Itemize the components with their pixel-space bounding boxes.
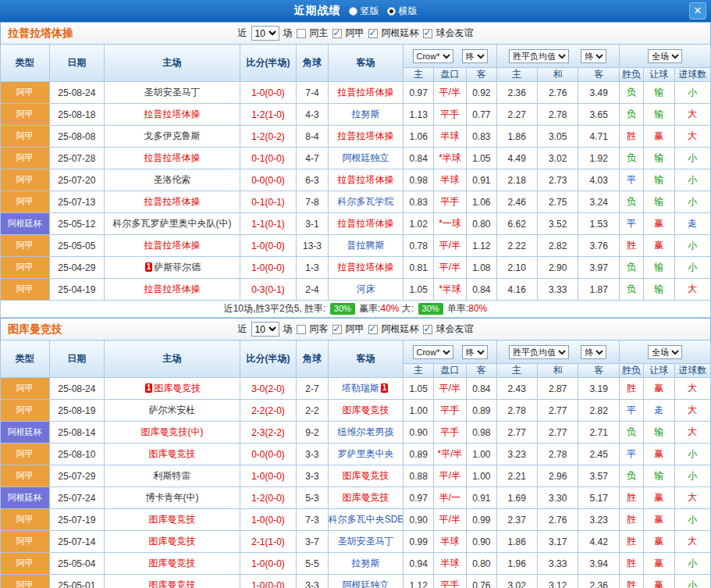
league2-checkbox[interactable] [368, 29, 378, 38]
avg-away-cell: 5.17 [578, 487, 619, 509]
games-label: 场 [283, 27, 293, 40]
date-cell: 25-07-19 [49, 509, 105, 531]
league3-checkbox[interactable] [423, 325, 432, 334]
profit-rate-value: 40% [380, 303, 399, 314]
vertical-layout-option[interactable]: 竖版 [349, 5, 379, 18]
match-row: 阿甲25-07-20圣洛伦索0-0(0-0)6-3拉普拉塔体操0.98半球0.9… [1, 169, 711, 191]
avg-away-cell: 3.57 [578, 465, 619, 487]
away-team-cell: 拉普拉塔体操 [328, 126, 403, 148]
odds-company-select[interactable]: Crow* [413, 49, 453, 63]
away-team-cell: 圣胡安圣马丁 [328, 531, 403, 553]
result-wdl-cell: 平 [619, 444, 643, 465]
result-goals-cell: 小 [674, 148, 711, 169]
avg-odds-select[interactable]: 胜平负均值 [509, 345, 569, 359]
result-goals-cell: 走 [674, 213, 711, 235]
odds-final-select[interactable]: 终 [462, 345, 488, 359]
result-goals-cell: 大 [674, 104, 711, 126]
score-cell: 1-0(0-0) [240, 257, 297, 279]
col-type: 类型 [1, 340, 50, 378]
league-type-cell: 阿根廷杯 [1, 422, 50, 444]
home-team-cell-label: 萨尔米安杜 [148, 404, 195, 415]
handicap-cell: *一球 [433, 213, 466, 235]
league-type-cell: 阿甲 [1, 509, 50, 531]
home-team-cell: 萨尔米安杜 [105, 400, 240, 422]
result-group-header: 全场 [619, 340, 710, 364]
away-team-cell-label: 拉普拉塔体操 [338, 174, 394, 185]
home-team-cell-label: 拉普拉塔体操 [144, 240, 200, 251]
avg-odds-select[interactable]: 胜平负均值 [509, 49, 569, 63]
handicap-cell: *平/半 [433, 444, 466, 465]
close-icon[interactable]: ✕ [689, 2, 706, 20]
odds-company-select[interactable]: Crow* [413, 345, 453, 359]
score-cell: 0-0(0-0) [240, 444, 297, 465]
result-wdl-cell: 负 [619, 148, 643, 169]
corners-cell: 3-3 [297, 444, 328, 465]
odds-group-header: Crow* 终 [403, 340, 496, 364]
league3-label: 球会友谊 [436, 27, 474, 40]
sub-avg-away: 客 [578, 68, 619, 82]
avg-final-select[interactable]: 终 [581, 49, 606, 63]
league2-checkbox[interactable] [368, 325, 378, 334]
result-handicap-cell: 赢 [644, 235, 674, 257]
avg-final-select[interactable]: 终 [581, 345, 606, 359]
date-cell: 25-07-29 [49, 465, 105, 487]
avg-home-cell: 1.86 [496, 126, 537, 148]
handicap-cell: 半球 [433, 553, 466, 575]
avg-away-cell: 3.97 [578, 257, 619, 279]
result-goals-cell: 小 [674, 191, 711, 213]
sub-home-odds: 主 [403, 364, 433, 378]
avg-home-cell: 2.46 [496, 191, 537, 213]
match-row: 阿根廷杯25-05-12科尔多瓦罗萨里奥中央队(中)1-1(0-1)3-1拉普拉… [1, 213, 711, 235]
away-team-cell: 图库曼竞技 [328, 465, 403, 487]
horizontal-radio-icon[interactable] [387, 7, 396, 16]
home-team-cell-label: 戈多伊克鲁斯 [144, 130, 200, 141]
match-count-select[interactable]: 10 [251, 322, 279, 337]
date-cell: 25-08-24 [49, 82, 105, 104]
away-team-cell-label: 拉努斯 [352, 558, 380, 568]
matches-table-2: 类型 日期 主场 比分(半场) 角球 客场 Crow* 终 胜平负均值 终 [0, 340, 711, 588]
big-rate-badge: 30% [418, 303, 443, 315]
full-match-select[interactable]: 全场 [648, 345, 682, 359]
sub-avg-home: 主 [496, 68, 537, 82]
col-corner: 角球 [297, 340, 328, 378]
score-cell: 0-0(0-0) [240, 169, 297, 191]
result-wdl-cell: 胜 [619, 509, 643, 531]
col-home: 主场 [105, 340, 240, 378]
odds-home-cell: 0.90 [403, 509, 433, 531]
same-venue-checkbox[interactable] [297, 29, 306, 38]
odds-final-select[interactable]: 终 [462, 49, 488, 63]
away-team-cell-label: 普拉腾斯 [347, 240, 385, 251]
home-team-cell-label: 拉普拉塔体操 [144, 152, 200, 163]
league1-checkbox[interactable] [332, 325, 342, 334]
away-team-cell-label: 塔勒瑞斯 [342, 383, 379, 394]
home-team-cell-label: 拉普拉塔体操 [144, 283, 200, 294]
league-type-cell: 阿甲 [1, 378, 50, 400]
result-handicap-cell: 输 [644, 257, 674, 279]
match-row: 阿甲25-08-18拉普拉塔体操1-2(1-0)4-3拉努斯1.13平手0.77… [1, 104, 711, 126]
league1-checkbox[interactable] [332, 29, 342, 38]
corners-cell: 7-4 [297, 82, 328, 104]
result-goals-cell: 小 [674, 465, 711, 487]
sub-away-odds: 客 [467, 68, 496, 82]
same-venue-label: 同客 [310, 323, 329, 336]
result-wdl-cell: 负 [619, 422, 643, 444]
sub-avg-away: 客 [578, 364, 619, 378]
avg-group-header: 胜平负均值 终 [496, 45, 619, 68]
match-count-select[interactable]: 10 [251, 26, 279, 41]
away-team-cell: 科尔多瓦学院 [328, 191, 403, 213]
avg-home-cell: 6.62 [496, 213, 537, 235]
full-match-select[interactable]: 全场 [648, 49, 682, 63]
horizontal-layout-option[interactable]: 横版 [387, 5, 418, 18]
rank-badge: 1 [381, 383, 389, 393]
sub-handicap-result: 让球 [644, 364, 674, 378]
score-cell: 1-0(0-0) [240, 465, 297, 487]
score-cell: 0-3(0-1) [240, 279, 297, 301]
odds-away-cell: 0.91 [467, 169, 496, 191]
away-team-cell-label: 拉普拉塔体操 [338, 262, 394, 273]
vertical-radio-icon[interactable] [349, 7, 357, 16]
date-cell: 25-05-12 [49, 213, 105, 235]
league3-checkbox[interactable] [423, 29, 432, 38]
same-venue-checkbox[interactable] [297, 325, 306, 334]
match-row: 阿甲25-07-28拉普拉塔体操0-1(0-0)4-7阿根廷独立0.84*半球1… [1, 148, 711, 169]
league-type-cell: 阿甲 [1, 531, 50, 553]
